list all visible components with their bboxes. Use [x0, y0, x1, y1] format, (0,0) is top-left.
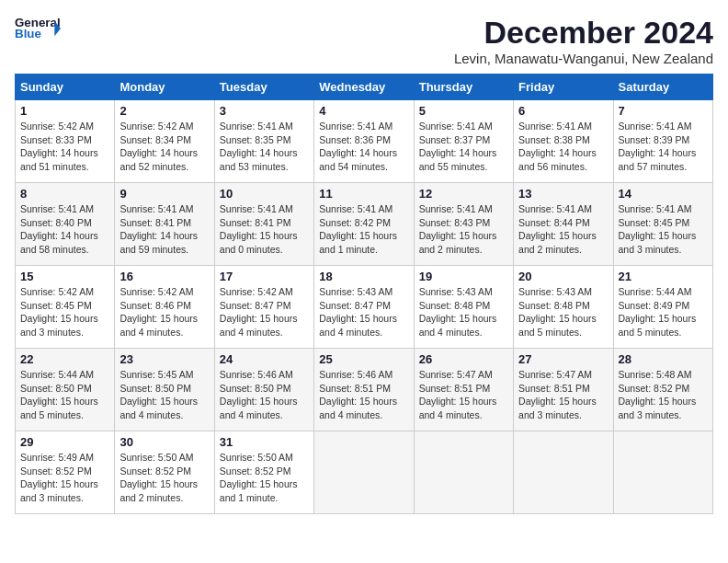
empty-cell — [314, 431, 414, 514]
day-cell-8: 8Sunrise: 5:41 AMSunset: 8:40 PMDaylight… — [16, 183, 115, 266]
day-number: 11 — [319, 187, 408, 201]
day-cell-24: 24Sunrise: 5:46 AMSunset: 8:50 PMDayligh… — [214, 349, 313, 431]
day-info: Sunrise: 5:41 AMSunset: 8:41 PMDaylight:… — [119, 202, 209, 257]
logo-svg: General Blue — [15, 15, 61, 42]
day-cell-10: 10Sunrise: 5:41 AMSunset: 8:41 PMDayligh… — [214, 183, 313, 266]
day-info: Sunrise: 5:50 AMSunset: 8:52 PMDaylight:… — [119, 451, 209, 505]
day-number: 19 — [419, 270, 508, 283]
day-number: 23 — [119, 352, 209, 366]
day-info: Sunrise: 5:46 AMSunset: 8:50 PMDaylight:… — [220, 368, 309, 422]
day-number: 3 — [220, 104, 309, 118]
day-cell-18: 18Sunrise: 5:43 AMSunset: 8:47 PMDayligh… — [314, 266, 414, 349]
header: General Blue December 2024 Levin, Manawa… — [15, 15, 713, 66]
day-number: 2 — [119, 104, 209, 118]
day-info: Sunrise: 5:41 AMSunset: 8:44 PMDaylight:… — [518, 202, 608, 257]
day-cell-3: 3Sunrise: 5:41 AMSunset: 8:35 PMDaylight… — [214, 100, 313, 183]
month-title: December 2024 — [454, 15, 713, 51]
day-number: 4 — [319, 104, 408, 118]
weekday-header-friday: Friday — [514, 75, 613, 100]
day-cell-13: 13Sunrise: 5:41 AMSunset: 8:44 PMDayligh… — [514, 183, 613, 266]
empty-cell — [414, 431, 513, 514]
day-info: Sunrise: 5:47 AMSunset: 8:51 PMDaylight:… — [518, 368, 608, 422]
day-cell-4: 4Sunrise: 5:41 AMSunset: 8:36 PMDaylight… — [314, 100, 414, 183]
day-number: 9 — [119, 187, 209, 201]
day-cell-16: 16Sunrise: 5:42 AMSunset: 8:46 PMDayligh… — [115, 266, 214, 349]
day-cell-28: 28Sunrise: 5:48 AMSunset: 8:52 PMDayligh… — [613, 349, 712, 431]
weekday-header-tuesday: Tuesday — [214, 75, 313, 100]
day-info: Sunrise: 5:43 AMSunset: 8:48 PMDaylight:… — [518, 285, 608, 339]
day-number: 29 — [20, 435, 109, 449]
empty-cell — [613, 431, 712, 514]
day-info: Sunrise: 5:47 AMSunset: 8:51 PMDaylight:… — [419, 368, 508, 422]
day-info: Sunrise: 5:41 AMSunset: 8:35 PMDaylight:… — [220, 120, 309, 174]
day-number: 18 — [319, 270, 408, 283]
day-cell-30: 30Sunrise: 5:50 AMSunset: 8:52 PMDayligh… — [115, 431, 214, 514]
day-number: 27 — [518, 352, 608, 366]
week-row-3: 15Sunrise: 5:42 AMSunset: 8:45 PMDayligh… — [16, 266, 713, 349]
day-number: 20 — [518, 270, 608, 283]
day-number: 10 — [220, 187, 309, 201]
day-cell-31: 31Sunrise: 5:50 AMSunset: 8:52 PMDayligh… — [214, 431, 313, 514]
day-number: 25 — [319, 352, 408, 366]
day-number: 12 — [419, 187, 508, 201]
day-info: Sunrise: 5:42 AMSunset: 8:47 PMDaylight:… — [220, 285, 309, 339]
day-number: 16 — [119, 270, 209, 283]
day-number: 5 — [419, 104, 508, 118]
day-cell-11: 11Sunrise: 5:41 AMSunset: 8:42 PMDayligh… — [314, 183, 414, 266]
day-info: Sunrise: 5:41 AMSunset: 8:45 PMDaylight:… — [619, 202, 708, 257]
weekday-header-row: SundayMondayTuesdayWednesdayThursdayFrid… — [16, 75, 713, 100]
day-info: Sunrise: 5:50 AMSunset: 8:52 PMDaylight:… — [220, 451, 309, 505]
day-cell-25: 25Sunrise: 5:46 AMSunset: 8:51 PMDayligh… — [314, 349, 414, 431]
day-cell-5: 5Sunrise: 5:41 AMSunset: 8:37 PMDaylight… — [414, 100, 513, 183]
day-cell-21: 21Sunrise: 5:44 AMSunset: 8:49 PMDayligh… — [613, 266, 712, 349]
day-number: 7 — [619, 104, 708, 118]
day-info: Sunrise: 5:45 AMSunset: 8:50 PMDaylight:… — [119, 368, 209, 422]
weekday-header-saturday: Saturday — [613, 75, 712, 100]
day-cell-20: 20Sunrise: 5:43 AMSunset: 8:48 PMDayligh… — [514, 266, 613, 349]
day-number: 31 — [220, 435, 309, 449]
day-number: 14 — [619, 187, 708, 201]
day-info: Sunrise: 5:43 AMSunset: 8:48 PMDaylight:… — [419, 285, 508, 339]
day-cell-15: 15Sunrise: 5:42 AMSunset: 8:45 PMDayligh… — [16, 266, 115, 349]
day-info: Sunrise: 5:44 AMSunset: 8:50 PMDaylight:… — [20, 368, 109, 422]
day-info: Sunrise: 5:43 AMSunset: 8:47 PMDaylight:… — [319, 285, 408, 339]
weekday-header-monday: Monday — [115, 75, 214, 100]
weekday-header-thursday: Thursday — [414, 75, 513, 100]
day-cell-9: 9Sunrise: 5:41 AMSunset: 8:41 PMDaylight… — [115, 183, 214, 266]
day-number: 13 — [518, 187, 608, 201]
day-cell-1: 1Sunrise: 5:42 AMSunset: 8:33 PMDaylight… — [16, 100, 115, 183]
day-number: 22 — [20, 352, 109, 366]
day-info: Sunrise: 5:49 AMSunset: 8:52 PMDaylight:… — [20, 451, 109, 505]
day-number: 28 — [619, 352, 708, 366]
day-cell-19: 19Sunrise: 5:43 AMSunset: 8:48 PMDayligh… — [414, 266, 513, 349]
day-info: Sunrise: 5:46 AMSunset: 8:51 PMDaylight:… — [319, 368, 408, 422]
day-info: Sunrise: 5:42 AMSunset: 8:46 PMDaylight:… — [119, 285, 209, 339]
location-title: Levin, Manawatu-Wanganui, New Zealand — [454, 51, 713, 66]
day-info: Sunrise: 5:41 AMSunset: 8:36 PMDaylight:… — [319, 120, 408, 174]
day-cell-14: 14Sunrise: 5:41 AMSunset: 8:45 PMDayligh… — [613, 183, 712, 266]
day-cell-12: 12Sunrise: 5:41 AMSunset: 8:43 PMDayligh… — [414, 183, 513, 266]
day-cell-29: 29Sunrise: 5:49 AMSunset: 8:52 PMDayligh… — [16, 431, 115, 514]
week-row-5: 29Sunrise: 5:49 AMSunset: 8:52 PMDayligh… — [16, 431, 713, 514]
day-cell-6: 6Sunrise: 5:41 AMSunset: 8:38 PMDaylight… — [514, 100, 613, 183]
day-cell-22: 22Sunrise: 5:44 AMSunset: 8:50 PMDayligh… — [16, 349, 115, 431]
day-number: 1 — [20, 104, 109, 118]
day-number: 8 — [20, 187, 109, 201]
day-info: Sunrise: 5:42 AMSunset: 8:33 PMDaylight:… — [20, 120, 109, 174]
week-row-1: 1Sunrise: 5:42 AMSunset: 8:33 PMDaylight… — [16, 100, 713, 183]
day-info: Sunrise: 5:42 AMSunset: 8:34 PMDaylight:… — [119, 120, 209, 174]
day-info: Sunrise: 5:48 AMSunset: 8:52 PMDaylight:… — [619, 368, 708, 422]
day-cell-26: 26Sunrise: 5:47 AMSunset: 8:51 PMDayligh… — [414, 349, 513, 431]
day-number: 24 — [220, 352, 309, 366]
day-cell-17: 17Sunrise: 5:42 AMSunset: 8:47 PMDayligh… — [214, 266, 313, 349]
week-row-4: 22Sunrise: 5:44 AMSunset: 8:50 PMDayligh… — [16, 349, 713, 431]
logo: General Blue — [15, 15, 61, 42]
week-row-2: 8Sunrise: 5:41 AMSunset: 8:40 PMDaylight… — [16, 183, 713, 266]
day-info: Sunrise: 5:41 AMSunset: 8:38 PMDaylight:… — [518, 120, 608, 174]
day-cell-2: 2Sunrise: 5:42 AMSunset: 8:34 PMDaylight… — [115, 100, 214, 183]
day-info: Sunrise: 5:41 AMSunset: 8:42 PMDaylight:… — [319, 202, 408, 257]
day-info: Sunrise: 5:44 AMSunset: 8:49 PMDaylight:… — [619, 285, 708, 339]
day-info: Sunrise: 5:41 AMSunset: 8:39 PMDaylight:… — [619, 120, 708, 174]
day-number: 26 — [419, 352, 508, 366]
calendar-table: SundayMondayTuesdayWednesdayThursdayFrid… — [15, 74, 713, 514]
